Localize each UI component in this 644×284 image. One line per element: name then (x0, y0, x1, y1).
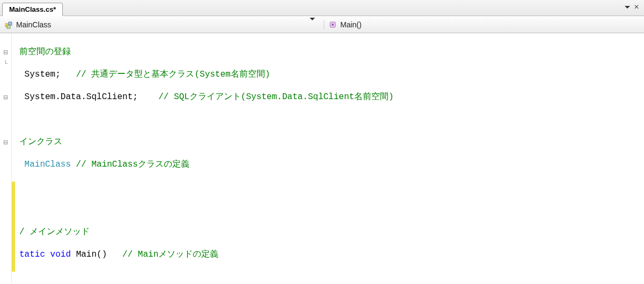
fold-toggle[interactable]: ⊟ (0, 92, 11, 103)
class-name: MainClass (16, 20, 51, 29)
method-name: Main() (340, 20, 362, 29)
keyword: void (45, 250, 71, 259)
class-navigator[interactable]: MainClass (0, 20, 324, 29)
comment: インクラス (19, 137, 62, 147)
svg-rect-1 (9, 22, 12, 25)
comment: // 共通データ型と基本クラス(System名前空間) (76, 70, 270, 79)
file-tab[interactable]: MainClass.cs* (2, 3, 63, 16)
comment: // Mainメソッドの定義 (122, 250, 218, 259)
class-icon (4, 20, 13, 29)
fold-toggle[interactable]: ⊟ (0, 137, 11, 148)
code-content[interactable]: 前空間の登録 System; // 共通データ型と基本クラス(System名前空… (15, 33, 644, 284)
fold-gutter: ⊟ └ ⊟ ⊟ (0, 33, 12, 284)
keyword: tatic (19, 250, 45, 259)
svg-point-4 (332, 24, 334, 26)
tab-close-icon[interactable]: ✕ (632, 3, 641, 11)
tab-controls: ✕ (625, 3, 641, 11)
comment: // MainClassクラスの定義 (71, 160, 189, 169)
svg-rect-2 (7, 25, 10, 28)
type-name: MainClass (19, 160, 71, 169)
fold-toggle[interactable]: ⊟ (0, 47, 11, 58)
navigation-bar: MainClass Main() (0, 16, 644, 33)
tab-label: MainClass.cs* (9, 5, 56, 13)
comment: / メインメソッド (19, 227, 90, 237)
method-icon (328, 20, 337, 29)
fold-corner: └ (0, 58, 11, 69)
tab-bar: MainClass.cs* ✕ (0, 0, 644, 16)
comment: 前空間の登録 (19, 47, 71, 57)
method-navigator[interactable]: Main() (324, 20, 644, 29)
comment: // SQLクライアント(System.Data.SqlClient名前空間) (158, 92, 393, 102)
tab-dropdown-icon[interactable] (625, 6, 630, 9)
code-editor[interactable]: ⊟ └ ⊟ ⊟ 前空間の登録 System; // 共通データ型と基本クラス(S… (0, 33, 644, 284)
class-dropdown-icon[interactable] (310, 20, 319, 28)
